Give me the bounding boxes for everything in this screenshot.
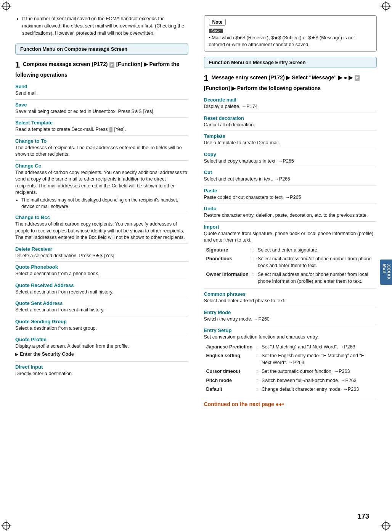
left-step-icon2: [Function] [116,61,142,67]
menu-item-entry-setup: Entry Setup Set conversion prediction fu… [204,327,377,397]
menu-item-undo-title: Undo [204,206,377,211]
bullet-item-0: If the number of sent mail saved on the … [22,15,185,37]
menu-item-change-cc-title: Change Cc [15,163,188,169]
import-sub-row-phonebook: Phonebook : Select mail address and/or p… [205,255,376,270]
left-step-text1: Compose message screen (P172) [23,61,108,67]
right-column: Note Save • Mail which $★$ (Receiver), $… [200,15,377,409]
menu-item-paste-title: Paste [204,188,377,193]
menu-item-entry-mode: Entry Mode Switch the entry mode. →P260 [204,310,377,326]
menu-item-copy-desc: Select and copy characters in text. →P26… [204,158,377,165]
entry-setup-row-english: English setting : Set the English entry … [205,352,376,367]
import-text-phonebook: Select mail address and/or phone number … [256,255,376,270]
left-menu-list: Send Send mail. Save Save mail being cre… [15,84,188,379]
menu-item-quote-phonebook-title: Quote Phonebook [15,264,188,270]
page-number: 173 [358,513,369,521]
corner-mark-tl [2,2,10,10]
note-box-text: • Mail which $★$ (Receiver), $★$ (Subjec… [209,35,372,48]
left-section-header: Function Menu on Compose message Screen [15,44,188,55]
menu-item-quote-sent-title: Quote Sent Address [15,300,188,306]
menu-item-paste: Paste Paste copied or cut characters to … [204,188,377,204]
menu-item-direct-input-desc: Directly enter a destination. [15,371,188,377]
menu-item-template: Template Use a template to create Deco-m… [204,133,377,149]
menu-item-change-cc-desc: The addresses of carbon copy recipients.… [15,169,188,210]
entry-setup-text-japanese: Set "J Matching" and "J Next Word". →P26… [260,343,376,351]
right-section-header: Function Menu on Message Entry Screen [204,57,377,68]
menu-item-quote-received-title: Quote Received Address [15,282,188,288]
menu-item-quote-phonebook-desc: Select a destination from a phone book. [15,271,188,277]
menu-item-quote-phonebook: Quote Phonebook Select a destination fro… [15,264,188,280]
menu-item-quote-sending-group-title: Quote Sending Group [15,319,188,324]
menu-item-reset-decoration: Reset decoration Cancel all of decoratio… [204,115,377,131]
menu-item-change-to: Change to To The addresses of recipients… [15,138,188,161]
menu-item-paste-desc: Paste copied or cut characters to text. … [204,194,377,201]
menu-item-send: Send Send mail. [15,84,188,100]
save-badge: Save [209,29,223,33]
corner-mark-bl [2,522,10,530]
import-sub-row-signature: Signature : Select and enter a signature… [205,246,376,255]
menu-item-direct-input: Direct Input Directly enter a destinatio… [15,364,188,380]
menu-item-change-to-desc: The addresses of recipients. The mail ad… [15,145,188,158]
menu-item-save-title: Save [15,102,188,108]
menu-item-direct-input-title: Direct Input [15,364,188,370]
menu-item-cut-title: Cut [204,169,377,175]
menu-item-save-desc: Save mail being created or edited in Uns… [15,108,188,115]
menu-item-change-to-title: Change to To [15,138,188,144]
menu-item-quote-received-desc: Select a destination from received mail … [15,289,188,296]
menu-item-quote-received: Quote Received Address Select a destinat… [15,282,188,298]
menu-item-change-bcc: Change to Bcc The addresses of blind car… [15,214,188,244]
menu-item-quote-profile-desc: Display a profile screen. A destination … [15,343,188,350]
right-step-num: 1 [204,73,209,83]
menu-item-import-title: Import [204,224,377,230]
bullet-section: If the number of sent mail saved on the … [15,15,188,37]
page-container: Mail XXXXX If the number of sent mail sa… [0,0,392,532]
note-box: Note Save • Mail which $★$ (Receiver), $… [204,15,377,52]
tab-sublabel: XXXXX [387,264,391,280]
menu-item-undo: Undo Restore character entry, deletion, … [204,206,377,222]
entry-setup-label-japanese: Japanese Prediction [205,343,254,351]
menu-item-import-desc: Quote characters from signature, phone b… [204,231,377,244]
menu-item-cut: Cut Select and cut characters in text. →… [204,169,377,185]
menu-item-entry-mode-desc: Switch the entry mode. →P260 [204,316,377,323]
entry-setup-label-english: English setting [205,352,254,367]
function-icon: ▶ [355,75,360,81]
section-tab: Mail XXXXX [380,260,392,285]
menu-item-common-phrases-title: Common phrases [204,291,377,297]
menu-item-select-template-title: Select Template [15,120,188,126]
menu-item-change-bcc-title: Change to Bcc [15,214,188,220]
menu-item-save: Save Save mail being created or edited i… [15,102,188,118]
menu-item-change-cc: Change Cc The addresses of carbon copy r… [15,163,188,213]
note-box-title: Note [209,19,226,26]
menu-item-undo-desc: Restore character entry, deletion, paste… [204,212,377,219]
entry-setup-row-japanese: Japanese Prediction : Set "J Matching" a… [205,343,376,351]
menu-item-select-template: Select Template Read a template to creat… [15,120,188,136]
entry-setup-label-pitch: Pitch mode [205,377,254,385]
menu-item-send-desc: Send mail. [15,90,188,97]
entry-setup-row-cursor: Cursor timeout : Set the automatic curso… [205,368,376,376]
entry-setup-text-english: Set the English entry mode ,"E Matching"… [260,352,376,367]
menu-item-decorate-mail: Decorate mail Display a palette. →P174 [204,97,377,113]
import-text-owner: Select mail address and/or phone number … [256,271,376,285]
menu-item-decorate-mail-title: Decorate mail [204,97,377,103]
entry-setup-sub-table: Japanese Prediction : Set "J Matching" a… [204,342,377,395]
menu-item-common-phrases: Common phrases Select and enter a fixed … [204,291,377,307]
continued-label: Continued on the next page ●●• [204,401,377,407]
menu-item-delete-receiver-title: Delete Receiver [15,246,188,252]
left-step-instruction: 1 Compose message screen (P172) ▶ [Funct… [15,58,188,79]
menu-item-cut-desc: Select and cut characters in text. →P265 [204,176,377,183]
menu-item-delete-receiver: Delete Receiver Delete a selected destin… [15,246,188,262]
menu-item-change-bcc-desc: The addresses of blind carbon copy recip… [15,221,188,241]
menu-item-common-phrases-desc: Select and enter a fixed phrase to text. [204,298,377,305]
menu-item-delete-receiver-desc: Delete a selected destination. Press $★$… [15,253,188,260]
entry-setup-text-default: Change default character entry mode. →P2… [260,385,376,394]
menu-item-template-desc: Use a template to create Deco-mail. [204,140,377,147]
entry-setup-row-default: Default : Change default character entry… [205,385,376,394]
menu-item-quote-sending-group-desc: Select a destination from a sent group. [15,325,188,332]
menu-item-quote-sent-desc: Select a destination from sent mail hist… [15,307,188,314]
menu-item-decorate-mail-desc: Display a palette. →P174 [204,103,377,110]
menu-item-copy-title: Copy [204,152,377,157]
menu-item-entry-mode-title: Entry Mode [204,310,377,315]
import-label-phonebook: Phonebook [205,255,250,270]
menu-item-import: Import Quote characters from signature, … [204,224,377,289]
cc-bullet: The mail address may not be displayed de… [21,197,188,210]
menu-item-reset-decoration-desc: Cancel all of decoration. [204,122,377,129]
